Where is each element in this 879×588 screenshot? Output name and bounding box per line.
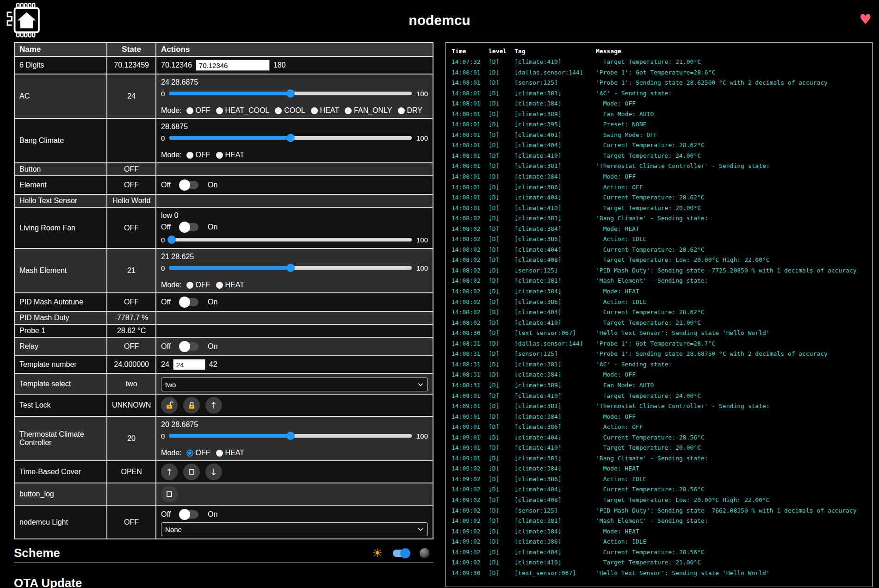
log-row: 14:08:02[D][climate:381]'Mash Element' -… [452, 276, 867, 286]
radio-off[interactable] [186, 450, 193, 457]
action-value-text: 24 28.6875 [161, 77, 428, 87]
log-message: Mode: HEAT [596, 286, 867, 297]
entity-row: Thermostat Climate Controller2020 28.687… [14, 416, 433, 461]
slider-track[interactable] [169, 136, 412, 140]
radio-off[interactable] [186, 282, 193, 289]
number-input[interactable] [173, 359, 205, 370]
log-message: 'Probe 1': Sending state 28.68750 °C wit… [596, 349, 867, 359]
arrow-up-button[interactable]: ↑ [205, 397, 222, 414]
toggle-switch[interactable] [179, 509, 199, 520]
log-tag: [text_sensor:067] [514, 568, 596, 579]
slider-min-label: 0 [161, 432, 165, 440]
slider-track[interactable] [169, 266, 412, 270]
toggle-knob[interactable] [179, 509, 190, 520]
radio-dry[interactable] [398, 107, 405, 114]
entity-actions [156, 483, 433, 505]
log-time: 14:08:01 [452, 151, 489, 161]
log-row: 14:08:02[D][climate:408] Target Temperat… [452, 255, 867, 266]
entity-actions: 28.68750100Mode:OFFHEAT [156, 118, 433, 163]
slider-track[interactable] [169, 238, 412, 241]
unlock-icon [165, 401, 174, 410]
log-message: Current Temperature: 28.62°C [596, 140, 867, 151]
log-row: 14:08:01[D][climate:410] Target Temperat… [452, 203, 867, 214]
log-message: Mode: HEAT [596, 526, 867, 537]
stop-button[interactable] [183, 464, 200, 480]
mode-radio-group: Mode:OFFHEAT [161, 448, 428, 458]
toggle-knob[interactable] [179, 222, 190, 233]
slider-track[interactable] [169, 434, 412, 438]
log-panel[interactable]: Time level Tag Message 14:07:32[D][clima… [446, 42, 873, 587]
log-tag: [climate:410] [514, 557, 596, 568]
entity-row: Bang Climate28.68750100Mode:OFFHEAT [14, 118, 433, 163]
toggle-off-label: Off [161, 510, 171, 519]
toggle-switch[interactable] [179, 297, 199, 308]
arrow-down-button[interactable]: ↓ [205, 464, 222, 480]
toggle-knob[interactable] [179, 341, 190, 352]
radio-heat[interactable] [216, 450, 223, 457]
toggle-knob[interactable] [400, 548, 410, 558]
radio-fan_only[interactable] [345, 107, 352, 114]
slider-thumb[interactable] [286, 432, 295, 440]
toggle-knob[interactable] [179, 297, 190, 308]
toggle-row: OffOn [161, 296, 428, 309]
log-time: 14:08:02 [452, 213, 489, 224]
log-tag: [climate:381] [514, 516, 596, 526]
log-tag: [climate:384] [514, 224, 596, 235]
log-time: 14:09:02 [452, 495, 489, 506]
toggle-knob[interactable] [179, 179, 190, 191]
log-level: [D] [489, 412, 514, 422]
entity-actions [156, 194, 433, 207]
entity-name: 6 Digits [14, 56, 107, 74]
toggle-switch[interactable] [179, 222, 199, 233]
scheme-toggle[interactable] [392, 548, 410, 558]
sun-icon: ☀ [372, 546, 383, 560]
radio-off[interactable] [186, 107, 193, 114]
scheme-title: Scheme [14, 546, 60, 560]
entity-row: ElementOFFOffOn [14, 176, 433, 194]
log-level: [D] [489, 140, 514, 151]
number-input[interactable] [196, 60, 270, 71]
radio-cool[interactable] [275, 107, 282, 114]
log-message: 'Thermostat Climate Controller' - Sendin… [596, 401, 867, 412]
stop-button[interactable] [161, 486, 178, 502]
entity-name: Thermostat Climate Controller [14, 416, 107, 461]
log-row: 14:08:01[D][climate:386] Action: OFF [452, 182, 867, 193]
toggle-switch[interactable] [179, 341, 199, 352]
slider-thumb[interactable] [286, 134, 295, 142]
radio-heat[interactable] [216, 152, 223, 159]
button-group: ↑ [161, 397, 428, 414]
toggle-switch[interactable] [179, 179, 199, 191]
log-time: 14:09:01 [452, 422, 489, 433]
log-message: Fan Mode: AUTO [596, 109, 867, 120]
slider-track[interactable] [169, 92, 412, 95]
radio-heat_cool[interactable] [216, 107, 223, 114]
entity-row: Time-Based CoverOPEN↑↓ [14, 461, 433, 483]
radio-off[interactable] [186, 152, 193, 159]
select-input[interactable]: None [161, 522, 428, 536]
unlock-button[interactable] [161, 397, 178, 414]
log-level: [D] [489, 318, 514, 328]
entity-state: two [107, 373, 156, 394]
radio-heat[interactable] [311, 107, 318, 114]
log-time: 14:08:31 [452, 380, 489, 391]
log-level: [D] [489, 484, 514, 495]
select-input[interactable]: two [161, 378, 428, 391]
log-time: 14:09:02 [452, 537, 489, 547]
log-row: 14:08:31[D][climate:389] Fan Mode: AUTO [452, 380, 867, 391]
log-message: Current Temperature: 28.56°C [596, 484, 867, 495]
slider-thumb[interactable] [167, 235, 176, 244]
slider-max-label: 100 [416, 432, 428, 440]
log-level: [D] [489, 339, 514, 349]
log-tag: [sensor:125] [514, 266, 596, 276]
entity-state: OFF [107, 163, 156, 176]
arrow-up-button[interactable]: ↑ [161, 464, 178, 480]
slider-thumb[interactable] [286, 264, 295, 272]
lock-button[interactable] [183, 397, 200, 414]
slider-thumb[interactable] [286, 89, 295, 98]
log-row: 14:09:02[D][climate:386] Action: IDLE [452, 474, 867, 485]
log-row: 14:09:02[D][climate:384] Mode: HEAT [452, 526, 867, 537]
radio-heat[interactable] [216, 282, 223, 289]
toggle-on-label: On [208, 298, 217, 306]
esphome-logo [5, 2, 42, 38]
log-tag: [climate:404] [514, 245, 596, 255]
